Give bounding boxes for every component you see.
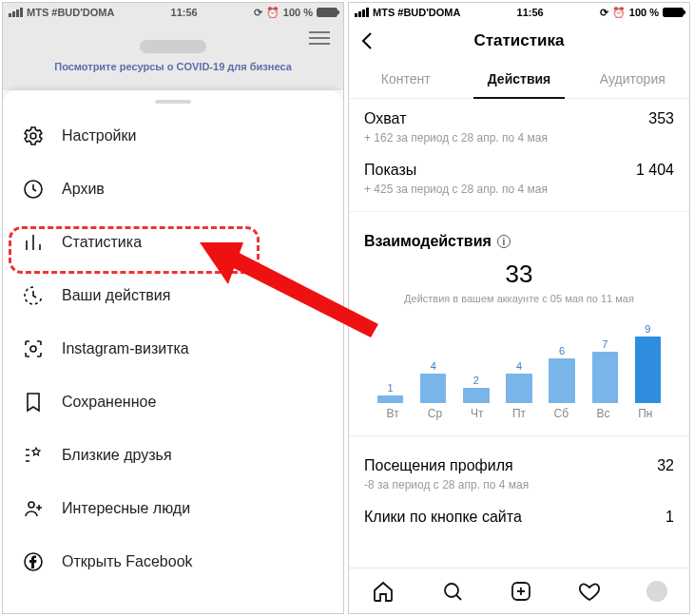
interactions-subtext: Действия в вашем аккаунте с 05 мая по 11… — [364, 293, 674, 304]
profile-visits-label: Посещения профиля — [364, 457, 513, 474]
reach-subtext: + 162 за период с 28 апр. по 4 мая — [364, 131, 674, 144]
svg-point-6 — [445, 584, 458, 597]
info-icon[interactable]: i — [497, 235, 511, 248]
tab-content[interactable]: Контент — [349, 60, 462, 98]
chart-bar: 1 — [372, 382, 409, 403]
menu-item-nametag[interactable]: Instagram-визитка — [3, 322, 343, 375]
menu-item-discover[interactable]: Интересные люди — [3, 482, 343, 535]
rotation-lock-icon: ⟳ — [600, 7, 608, 19]
menu-label: Сохраненное — [62, 394, 156, 411]
close-friends-icon — [22, 444, 45, 467]
site-clicks-label: Клики по кнопке сайта — [364, 509, 522, 526]
bar — [463, 388, 489, 403]
menu-label: Открыть Facebook — [62, 553, 193, 570]
profile-header-dimmed: Посмотрите ресурсы о COVID-19 для бизнес… — [3, 22, 343, 90]
hamburger-icon[interactable] — [309, 31, 330, 45]
menu-item-facebook[interactable]: Открыть Facebook — [3, 535, 343, 588]
site-clicks-value: 1 — [665, 509, 674, 526]
menu-item-settings[interactable]: Настройки — [3, 109, 343, 163]
x-tick: Пн — [625, 407, 666, 420]
alarm-icon: ⏰ — [266, 7, 280, 19]
divider — [349, 435, 689, 436]
nav-bar: Статистика — [349, 22, 689, 60]
svg-point-0 — [30, 133, 36, 139]
gear-icon — [22, 125, 45, 147]
carrier-label: MTS #BUD'DOMA — [27, 7, 114, 18]
discover-people-icon — [22, 497, 45, 520]
menu-item-activity[interactable]: Ваши действия — [3, 269, 343, 322]
menu-item-stats[interactable]: Статистика — [3, 216, 343, 269]
battery-icon — [663, 8, 684, 17]
menu-label: Ваши действия — [62, 287, 170, 304]
facebook-icon — [22, 550, 45, 573]
bar — [635, 337, 661, 403]
bar-value-label: 4 — [516, 360, 522, 372]
profile-avatar[interactable] — [646, 581, 667, 602]
svg-point-2 — [30, 346, 36, 352]
tab-audience[interactable]: Аудитория — [576, 60, 689, 98]
alarm-icon: ⏰ — [612, 7, 626, 19]
clock: 11:56 — [171, 7, 198, 18]
site-clicks-section: Клики по кнопке сайта 1 — [349, 497, 689, 531]
create-icon[interactable] — [509, 579, 533, 604]
divider — [349, 211, 689, 212]
chart-bar: 2 — [457, 375, 494, 403]
reach-label: Охват — [364, 110, 406, 127]
status-bar: MTS #BUD'DOMA 11:56 ⟳ ⏰ 100 % — [3, 3, 343, 22]
bottom-nav — [349, 568, 689, 613]
bar-value-label: 4 — [431, 360, 436, 372]
home-icon[interactable] — [371, 579, 395, 604]
username-pill — [140, 40, 206, 53]
bar-value-label: 6 — [559, 345, 565, 356]
x-tick: Вт — [372, 407, 414, 420]
chart-bar: 4 — [414, 360, 452, 403]
settings-sheet: Настройки Архив Статистика Ваши действия — [3, 90, 343, 613]
chart-bar: 6 — [544, 345, 581, 403]
archive-icon — [22, 178, 45, 201]
bar — [592, 352, 618, 403]
tab-actions[interactable]: Действия — [462, 60, 575, 98]
chart-bar: 7 — [587, 338, 624, 403]
bar — [549, 358, 574, 403]
profile-visits-section: Посещения профиля 32 -8 за период с 28 а… — [349, 446, 689, 497]
impressions-section: Показы 1 404 + 425 за период с 28 апр. п… — [349, 150, 689, 202]
x-tick: Вс — [582, 407, 624, 420]
chart-x-axis: ВтСрЧтПтСбВсПн — [372, 407, 666, 420]
phone-left: MTS #BUD'DOMA 11:56 ⟳ ⏰ 100 % Посмотрите… — [2, 2, 344, 614]
impressions-label: Показы — [364, 162, 416, 179]
menu-item-saved[interactable]: Сохраненное — [3, 375, 343, 429]
signal-icon — [9, 8, 23, 17]
battery-pct: 100 % — [629, 7, 659, 18]
settings-menu: Настройки Архив Статистика Ваши действия — [3, 109, 343, 588]
battery-icon — [317, 8, 337, 17]
chart-bar: 4 — [500, 360, 537, 403]
x-tick: Ср — [414, 407, 455, 420]
menu-label: Архив — [62, 181, 105, 198]
clock: 11:56 — [517, 7, 544, 18]
battery-pct: 100 % — [283, 7, 313, 18]
svg-point-3 — [29, 502, 34, 508]
impressions-value: 1 404 — [636, 162, 674, 179]
bar-value-label: 9 — [645, 323, 650, 335]
rotation-lock-icon: ⟳ — [254, 7, 262, 19]
bar — [506, 374, 531, 403]
search-icon[interactable] — [440, 579, 465, 604]
back-button[interactable] — [357, 29, 379, 52]
menu-label: Интересные люди — [62, 500, 190, 517]
covid-banner[interactable]: Посмотрите ресурсы о COVID-19 для бизнес… — [54, 61, 292, 72]
interactions-value: 33 — [364, 260, 674, 289]
bar-value-label: 1 — [388, 382, 394, 394]
menu-item-close-friends[interactable]: Близкие друзья — [3, 429, 343, 482]
bookmark-icon — [22, 391, 45, 414]
menu-item-archive[interactable]: Архив — [3, 163, 343, 216]
heart-icon[interactable] — [577, 579, 602, 604]
menu-label: Instagram-визитка — [62, 340, 189, 357]
reach-section: Охват 353 + 162 за период с 28 апр. по 4… — [349, 99, 689, 150]
bar-value-label: 7 — [602, 338, 607, 350]
interactions-label: Взаимодействия — [364, 233, 492, 250]
profile-visits-value: 32 — [657, 457, 674, 474]
grab-handle[interactable] — [155, 100, 191, 104]
stats-icon — [22, 231, 45, 254]
reach-value: 353 — [648, 110, 674, 127]
x-tick: Пт — [498, 407, 540, 420]
